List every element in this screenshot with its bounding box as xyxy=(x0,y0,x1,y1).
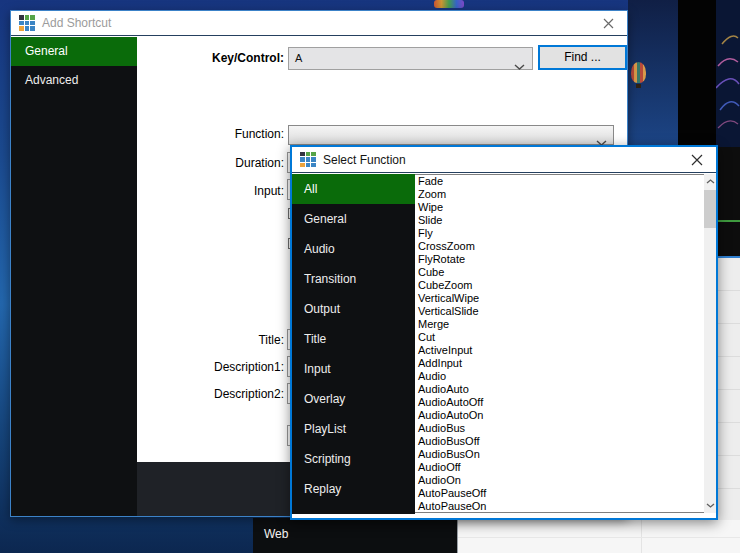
function-list-item[interactable]: ActiveInput xyxy=(415,344,704,357)
add-shortcut-titlebar[interactable]: Add Shortcut xyxy=(11,11,627,36)
close-icon[interactable] xyxy=(599,15,617,31)
title-label: Title: xyxy=(71,333,284,347)
background-shortcut-list xyxy=(718,258,740,553)
function-list-item[interactable]: AudioBusOff xyxy=(415,435,704,448)
function-list-item[interactable]: Fade xyxy=(415,175,704,188)
function-list-item[interactable]: Zoom xyxy=(415,188,704,201)
function-list-item[interactable]: CubeZoom xyxy=(415,279,704,292)
wallpaper-black-strip xyxy=(678,0,716,147)
function-list-item[interactable]: AutoPauseOn xyxy=(415,500,704,513)
function-list-item[interactable]: AutoPauseOff xyxy=(415,487,704,500)
function-list-item[interactable]: AudioOn xyxy=(415,474,704,487)
input-label: Input: xyxy=(71,184,284,198)
key-control-value: A xyxy=(295,52,302,64)
function-list-item[interactable]: VerticalSlide xyxy=(415,305,704,318)
function-list-item[interactable]: Merge xyxy=(415,318,704,331)
chevron-down-icon xyxy=(514,56,525,77)
function-list-item[interactable]: AudioAutoOn xyxy=(415,409,704,422)
find-button[interactable]: Find ... xyxy=(538,45,627,70)
function-list-item[interactable]: Fly xyxy=(415,227,704,240)
background-web-tab[interactable]: Web xyxy=(253,518,457,553)
duration-label: Duration: xyxy=(71,156,284,170)
function-list-item[interactable]: AudioBusOn xyxy=(415,448,704,461)
description1-label: Description1: xyxy=(71,360,284,374)
function-dropdown[interactable] xyxy=(288,125,614,145)
function-category-sidebar: AllGeneralAudioTransitionOutputTitleInpu… xyxy=(292,174,415,514)
function-list-item[interactable]: AudioOff xyxy=(415,461,704,474)
function-category-item[interactable]: PlayList xyxy=(292,414,415,444)
function-list-item[interactable]: VerticalWipe xyxy=(415,292,704,305)
function-list-item[interactable]: AudioAuto xyxy=(415,383,704,396)
function-list-item[interactable]: CrossZoom xyxy=(415,240,704,253)
desktop: Web Add Shortcut GeneralAdvanced Key/Con… xyxy=(0,0,740,553)
function-list-item[interactable]: Wipe xyxy=(415,201,704,214)
function-label: Function: xyxy=(71,127,284,141)
function-category-item[interactable]: Transition xyxy=(292,264,415,294)
scroll-down-icon[interactable] xyxy=(704,498,716,513)
function-list-item[interactable]: Slide xyxy=(415,214,704,227)
hot-air-balloon-image xyxy=(631,62,646,83)
vmix-logo-icon xyxy=(300,152,316,168)
scrollbar-thumb[interactable] xyxy=(704,190,716,228)
function-category-item[interactable]: Audio xyxy=(292,234,415,264)
background-list-rowline xyxy=(458,537,740,538)
function-category-item[interactable]: Scripting xyxy=(292,444,415,474)
background-green-bar xyxy=(718,220,740,222)
function-category-item[interactable]: Title xyxy=(292,324,415,354)
taskbar-logo-decoration xyxy=(434,0,464,8)
function-list-item[interactable]: Audio xyxy=(415,370,704,383)
key-control-label: Key/Control: xyxy=(71,51,284,65)
function-list[interactable]: FadeZoomWipeSlideFlyCrossZoomFlyRotateCu… xyxy=(415,174,704,513)
vmix-logo-icon xyxy=(19,15,35,31)
function-category-item[interactable]: Replay xyxy=(292,474,415,504)
scroll-up-icon[interactable] xyxy=(704,174,716,189)
function-category-item[interactable]: General xyxy=(292,204,415,234)
function-category-item[interactable]: Input xyxy=(292,354,415,384)
close-icon[interactable] xyxy=(688,152,706,168)
background-window-dark-panel xyxy=(718,147,740,258)
function-category-item[interactable]: Output xyxy=(292,294,415,324)
add-shortcut-title: Add Shortcut xyxy=(42,16,111,30)
function-list-scrollbar[interactable] xyxy=(704,174,716,513)
key-control-dropdown[interactable]: A xyxy=(288,47,533,70)
function-list-item[interactable]: AddInput xyxy=(415,357,704,370)
select-function-title: Select Function xyxy=(323,153,406,167)
function-category-item[interactable]: All xyxy=(292,174,415,204)
function-list-item[interactable]: AudioAutoOff xyxy=(415,396,704,409)
function-list-item[interactable]: Cube xyxy=(415,266,704,279)
function-category-item[interactable]: Overlay xyxy=(292,384,415,414)
fireworks-decoration xyxy=(716,0,740,147)
web-tab-label: Web xyxy=(264,527,288,541)
shortcut-dialog-tab[interactable]: Advanced xyxy=(11,66,137,95)
description2-label: Description2: xyxy=(71,387,284,401)
add-shortcut-sidebar: GeneralAdvanced xyxy=(11,37,137,516)
function-list-item[interactable]: Cut xyxy=(415,331,704,344)
background-list-rows xyxy=(457,520,740,553)
function-list-item[interactable]: AudioBus xyxy=(415,422,704,435)
select-function-dialog: Select Function AllGeneralAudioTransitio… xyxy=(290,145,718,520)
function-list-item[interactable]: FlyRotate xyxy=(415,253,704,266)
select-function-titlebar[interactable]: Select Function xyxy=(292,147,716,173)
